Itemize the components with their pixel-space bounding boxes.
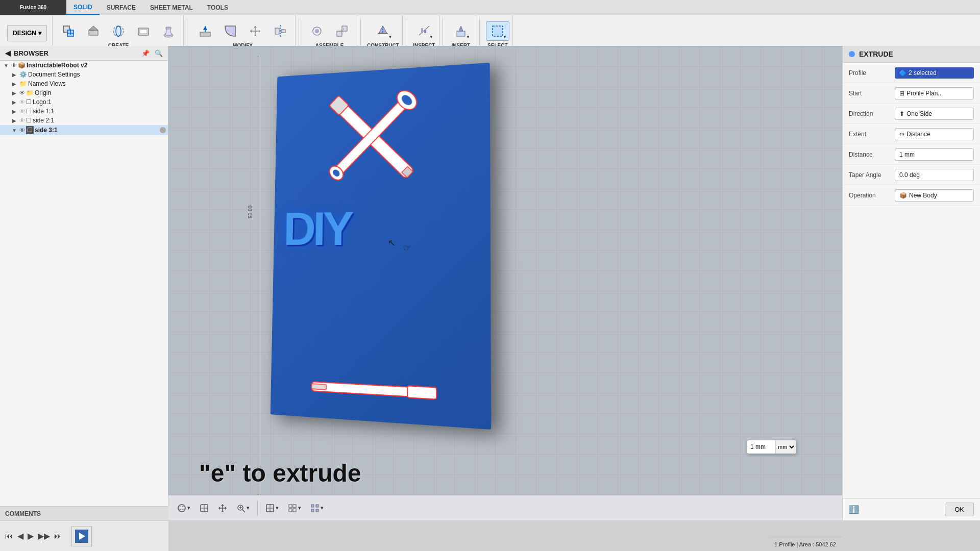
distance-value[interactable]: 1 mm	[895, 148, 974, 161]
extrude-btn[interactable]	[82, 21, 105, 41]
named-views-icon: 📁	[19, 80, 27, 87]
dimension-unit-select[interactable]: mmincm	[775, 440, 796, 454]
svg-marker-56	[218, 507, 220, 510]
profile-row: Profile 🔷 2 selected	[843, 63, 980, 83]
extrude-panel: EXTRUDE Profile 🔷 2 selected Start ⊞ Pro…	[842, 46, 980, 520]
start-value[interactable]: ⊞ Profile Plan...	[895, 87, 974, 99]
start-icon: ⊞	[899, 90, 904, 97]
insert-btn[interactable]	[449, 21, 473, 41]
visibility-icon-side21[interactable]: 👁	[19, 117, 25, 123]
comments-bar: COMMENTS	[0, 506, 168, 520]
side21-icon: ☐	[26, 117, 32, 124]
dimension-input[interactable]	[747, 443, 775, 450]
svg-rect-36	[457, 31, 465, 36]
select-btn[interactable]	[486, 21, 509, 41]
visibility-icon-side31[interactable]: 👁	[19, 127, 25, 133]
distance-label: Distance	[849, 151, 895, 158]
svg-marker-57	[225, 507, 227, 510]
svg-rect-12	[166, 27, 171, 29]
operation-label: Operation	[849, 192, 895, 199]
playback-end-btn[interactable]: ⏭	[54, 532, 62, 541]
expand-arrow-root: ▼	[2, 63, 10, 68]
look-at-btn[interactable]	[196, 501, 212, 515]
revolve-btn[interactable]	[107, 21, 130, 41]
info-icon[interactable]: ℹ️	[849, 505, 859, 514]
svg-rect-48	[311, 384, 326, 390]
shell-btn[interactable]	[132, 21, 155, 41]
side31-icon: ☐	[26, 126, 34, 134]
playback-play-btn[interactable]: ▶	[28, 531, 34, 541]
new-component-btn[interactable]	[57, 21, 80, 41]
comments-label: COMMENTS	[5, 510, 41, 517]
svg-rect-46	[311, 382, 412, 397]
extent-value[interactable]: ⇔ Distance	[895, 128, 974, 140]
tree-side21[interactable]: ▶ 👁 ☐ side 2:1	[0, 116, 168, 125]
tree-root[interactable]: ▼ 👁 📦 InstructableRobot v2	[0, 61, 168, 70]
operation-value-text: New Body	[909, 192, 937, 199]
joint-btn[interactable]	[305, 21, 329, 41]
taper-angle-value[interactable]: 0.0 deg	[895, 169, 974, 181]
sidebar-collapse-btn[interactable]: ◀	[5, 49, 11, 57]
canvas-bottom-toolbar: ▾ ▾ ▾ ▾ ▾	[168, 495, 842, 520]
playback-prev-btn[interactable]: ◀	[17, 531, 23, 541]
loft-btn[interactable]	[157, 21, 180, 41]
profile-select-icon: 🔷	[899, 69, 906, 77]
svg-line-59	[242, 510, 245, 512]
playback-rewind-btn[interactable]: ⏮	[5, 532, 13, 541]
move-btn[interactable]	[243, 21, 267, 41]
press-pull-btn[interactable]	[193, 21, 217, 41]
expand-arrow-side31: ▼	[10, 128, 18, 133]
fillet-btn[interactable]	[218, 21, 242, 41]
orbit-btn[interactable]: ▾	[174, 501, 194, 515]
screwdriver-bottom-svg	[309, 373, 442, 407]
assemble-extra-btn[interactable]	[330, 21, 354, 41]
design-label: DESIGN	[13, 30, 36, 37]
zoom-btn[interactable]: ▾	[233, 501, 253, 515]
direction-row: Direction ⬆ One Side	[843, 104, 980, 124]
tree-named-views[interactable]: ▶ 📁 Named Views	[0, 79, 168, 88]
visibility-icon-side11[interactable]: 👁	[19, 108, 25, 114]
tab-surface[interactable]: SURFACE	[100, 1, 143, 14]
svg-point-50	[178, 507, 185, 510]
playback-next-btn[interactable]: ▶▶	[38, 531, 50, 541]
svg-rect-66	[293, 505, 296, 508]
operation-value[interactable]: 📦 New Body	[895, 189, 974, 202]
visibility-icon[interactable]: 👁	[11, 62, 17, 68]
settings-icon: ⚙️	[19, 71, 27, 78]
sidebar-search-btn[interactable]: 🔍	[155, 49, 163, 57]
ok-button[interactable]: OK	[945, 503, 974, 516]
tab-tools[interactable]: TOOLS	[200, 1, 235, 14]
tree-doc-settings[interactable]: ▶ ⚙️ Document Settings	[0, 70, 168, 79]
construct-btn[interactable]	[371, 21, 395, 41]
status-text: 1 Profile | Area : 5042.62	[774, 541, 836, 547]
align-btn[interactable]	[268, 21, 292, 41]
svg-marker-19	[254, 35, 257, 36]
tree-side11[interactable]: ▶ 👁 ☐ side 1:1	[0, 107, 168, 116]
svg-rect-68	[293, 509, 296, 512]
expand-arrow-origin: ▶	[10, 90, 18, 96]
profile-value[interactable]: 🔷 2 selected	[895, 67, 974, 79]
sidebar-pin-btn[interactable]: 📌	[141, 49, 150, 57]
expand-arrow-logo1: ▶	[10, 99, 18, 105]
design-button[interactable]: DESIGN ▾	[7, 25, 47, 41]
tree-logo1[interactable]: ▶ 👁 ☐ Logo:1	[0, 97, 168, 107]
tab-solid[interactable]: SOLID	[66, 1, 100, 15]
taper-angle-value-text: 0.0 deg	[899, 171, 920, 179]
inspect-btn[interactable]	[412, 21, 436, 41]
direction-value[interactable]: ⬆ One Side	[895, 108, 974, 120]
tab-sheet-metal[interactable]: SHEET METAL	[143, 1, 200, 14]
grid-btn[interactable]: ▾	[284, 501, 305, 515]
start-value-text: Profile Plan...	[906, 90, 943, 97]
tree-origin[interactable]: ▶ 👁 📁 Origin	[0, 88, 168, 97]
direction-value-text: One Side	[906, 110, 932, 117]
grid-snap-btn[interactable]: ▾	[307, 501, 327, 515]
pan-btn[interactable]	[214, 501, 231, 515]
tools-svg	[279, 71, 469, 203]
dimension-popup[interactable]: mmincm	[747, 440, 796, 454]
visibility-icon-logo1[interactable]: 👁	[19, 99, 25, 105]
display-mode-btn[interactable]: ▾	[262, 501, 282, 515]
svg-marker-5	[89, 26, 98, 30]
svg-rect-47	[407, 386, 436, 399]
tree-side31[interactable]: ▼ 👁 ☐ side 3:1	[0, 125, 168, 135]
visibility-icon-origin[interactable]: 👁	[19, 90, 25, 96]
